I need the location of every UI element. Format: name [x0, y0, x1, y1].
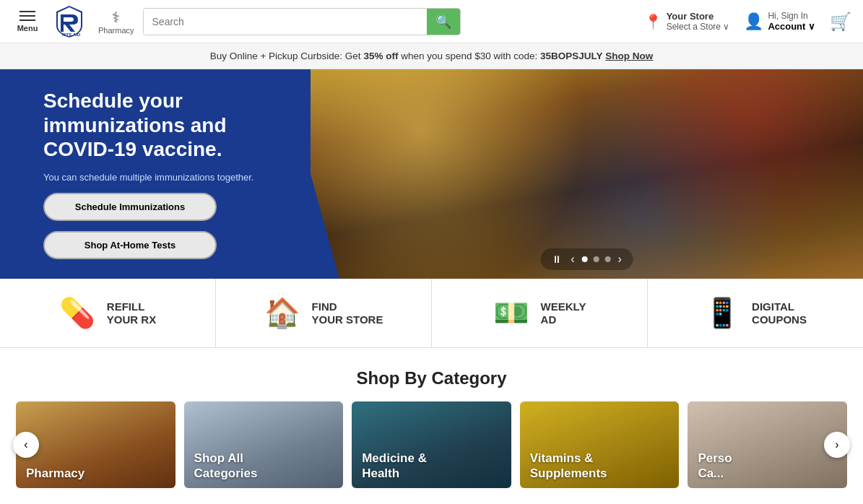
shop-at-home-tests-button[interactable]: Shop At-Home Tests: [43, 231, 217, 259]
digital-coupons-icon: 📱: [704, 296, 740, 330]
find-store-line2: YOUR STORE: [312, 313, 383, 326]
digital-coupons-line2: COUPONS: [752, 313, 807, 326]
weekly-ad-icon: 💵: [493, 296, 529, 330]
promo-shop-now-link[interactable]: Shop Now: [605, 51, 653, 61]
search-bar: 🔍: [143, 8, 461, 35]
quick-link-digital-coupons[interactable]: 📱 DIGITAL COUPONS: [648, 279, 863, 347]
category-card-personal[interactable]: PersoCa...: [688, 401, 847, 488]
account-label: Account ∨: [768, 21, 815, 32]
store-pin-icon: 📍: [644, 13, 662, 30]
hero-banner: Schedule your immunizations and COVID-19…: [0, 69, 863, 279]
schedule-immunizations-button[interactable]: Schedule Immunizations: [43, 193, 217, 221]
carousel-dot-1[interactable]: [582, 256, 588, 262]
refill-rx-icon: 💊: [59, 296, 95, 330]
hamburger-icon: [19, 11, 35, 12]
weekly-ad-text: WEEKLY AD: [541, 300, 586, 326]
shop-by-category: Shop By Category ‹ Pharmacy Shop AllCate…: [0, 348, 863, 488]
account-icon: 👤: [744, 12, 763, 31]
category-next-button[interactable]: ›: [824, 432, 850, 458]
category-card-medicine[interactable]: Medicine &Health: [352, 401, 511, 488]
category-card-pharmacy[interactable]: Pharmacy: [16, 401, 175, 488]
weekly-ad-line2: AD: [541, 313, 586, 326]
quick-link-find-store[interactable]: 🏠 FIND YOUR STORE: [216, 279, 432, 347]
logo-link[interactable]: RITE AID: [52, 4, 87, 39]
category-bg-vitamins: Vitamins &Supplements: [520, 401, 680, 488]
weekly-ad-line1: WEEKLY: [541, 300, 586, 313]
search-input[interactable]: [144, 9, 427, 35]
find-store-text: FIND YOUR STORE: [312, 300, 383, 326]
sign-in-label: Hi, Sign In: [768, 11, 815, 21]
cart-icon: 🛒: [830, 12, 851, 31]
header-right: 📍 Your Store Select a Store ∨ 👤 Hi, Sign…: [644, 11, 851, 32]
search-icon: 🔍: [435, 14, 451, 30]
hamburger-icon: [19, 19, 35, 21]
hero-title: Schedule your immunizations and COVID-19…: [43, 89, 282, 162]
pharmacy-link[interactable]: ⚕ Pharmacy: [98, 9, 134, 35]
category-bg-personal: PersoCa...: [688, 401, 847, 488]
carousel-dot-3[interactable]: [605, 256, 611, 262]
carousel-controls: ⏸ ‹ ›: [540, 248, 633, 270]
quick-link-weekly-ad[interactable]: 💵 WEEKLY AD: [432, 279, 648, 347]
category-label-vitamins: Vitamins &Supplements: [530, 451, 607, 481]
find-store-line1: FIND: [312, 300, 383, 313]
category-prev-button[interactable]: ‹: [13, 432, 39, 458]
refill-rx-line2: YOUR RX: [107, 313, 156, 326]
store-text: Your Store Select a Store ∨: [667, 11, 730, 32]
menu-label: Menu: [17, 24, 38, 32]
category-card-shop-all[interactable]: Shop AllCategories: [184, 401, 344, 488]
refill-rx-text: REFILL YOUR RX: [107, 300, 156, 326]
header: Menu RITE AID ⚕ Pharmacy 🔍 📍 Your Store …: [0, 0, 863, 43]
promo-text-middle: when you spend $30 with code:: [401, 51, 540, 61]
account-area[interactable]: 👤 Hi, Sign In Account ∨: [744, 11, 815, 32]
pharmacy-label: Pharmacy: [98, 26, 134, 35]
search-button[interactable]: 🔍: [427, 9, 460, 35]
category-bg-shop-all: Shop AllCategories: [184, 401, 344, 488]
carousel-next-button[interactable]: ›: [617, 253, 623, 266]
store-select-label: Select a Store ∨: [667, 22, 730, 32]
category-card-vitamins[interactable]: Vitamins &Supplements: [520, 401, 680, 488]
pharmacy-icon: ⚕: [112, 9, 120, 26]
digital-coupons-text: DIGITAL COUPONS: [752, 300, 807, 326]
category-label-shop-all: Shop AllCategories: [194, 451, 258, 481]
hero-image: ⏸ ‹ ›: [311, 69, 863, 279]
digital-coupons-line1: DIGITAL: [752, 300, 807, 313]
category-label-pharmacy: Pharmacy: [26, 466, 84, 481]
hamburger-icon: [19, 15, 35, 17]
hero-photo-placeholder: [311, 69, 863, 279]
find-store-icon: 🏠: [264, 296, 300, 330]
cart-button[interactable]: 🛒: [830, 12, 851, 32]
svg-text:RITE AID: RITE AID: [62, 32, 81, 37]
category-bg-medicine: Medicine &Health: [352, 401, 511, 488]
promo-text-bold: 35% off: [363, 51, 398, 61]
promo-banner: Buy Online + Pickup Curbside: Get 35% of…: [0, 43, 863, 69]
menu-button[interactable]: Menu: [12, 11, 43, 32]
promo-text-normal: Buy Online + Pickup Curbside: Get: [210, 51, 364, 61]
hero-content: Schedule your immunizations and COVID-19…: [0, 69, 311, 279]
promo-code: 35BOPSJULY: [540, 51, 603, 61]
refill-rx-line1: REFILL: [107, 300, 156, 313]
quick-links: 💊 REFILL YOUR RX 🏠 FIND YOUR STORE 💵 WEE…: [0, 279, 863, 348]
carousel-prev-button[interactable]: ‹: [569, 253, 576, 266]
rite-aid-logo: RITE AID: [52, 4, 87, 39]
account-text: Hi, Sign In Account ∨: [768, 11, 815, 32]
store-top-label: Your Store: [667, 11, 730, 22]
category-row: ‹ Pharmacy Shop AllCategories Medicine &…: [0, 401, 863, 488]
carousel-pause-button[interactable]: ⏸: [550, 253, 563, 265]
category-label-medicine: Medicine &Health: [362, 451, 427, 481]
quick-link-refill-rx[interactable]: 💊 REFILL YOUR RX: [0, 279, 216, 347]
category-label-personal: PersoCa...: [698, 451, 732, 481]
category-bg-pharmacy: Pharmacy: [16, 401, 175, 488]
category-section-title: Shop By Category: [0, 348, 863, 401]
carousel-dot-2[interactable]: [594, 256, 599, 262]
store-selector[interactable]: 📍 Your Store Select a Store ∨: [644, 11, 730, 32]
hero-subtitle: You can schedule multiple immunizations …: [43, 172, 282, 183]
